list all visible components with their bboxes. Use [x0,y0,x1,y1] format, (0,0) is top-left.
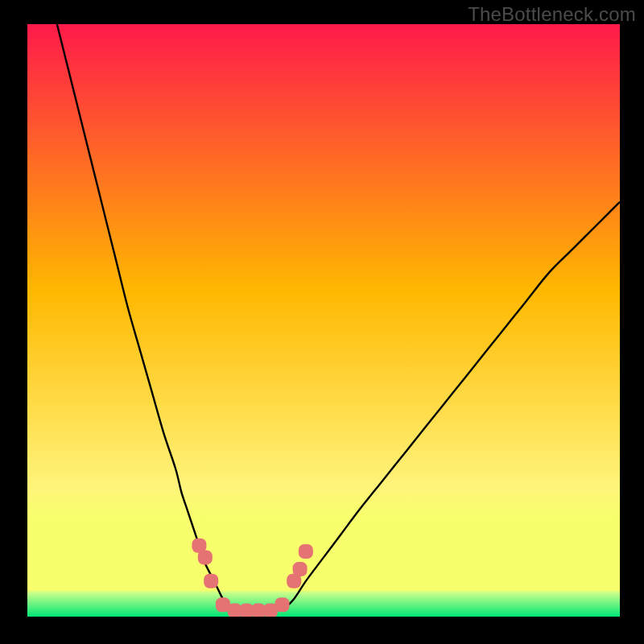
highlight-point [299,544,313,559]
plot-area [27,24,620,617]
highlight-point [204,574,218,588]
bottleneck-chart [27,24,620,617]
highlight-point [293,562,308,576]
watermark-text: TheBottleneck.com [468,3,636,26]
gradient-background [27,24,620,617]
chart-frame: TheBottleneck.com [0,0,644,644]
highlight-point [275,597,290,612]
highlight-point [198,550,213,564]
